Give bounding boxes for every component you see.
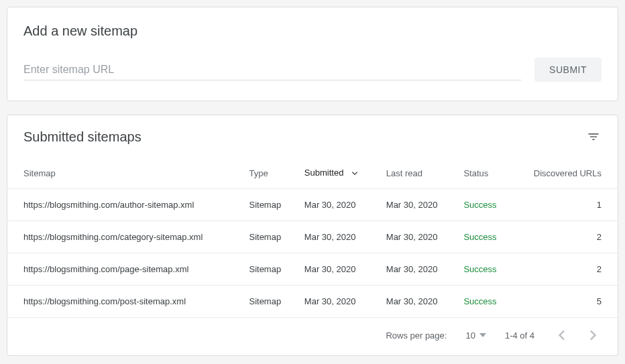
table-row[interactable]: https://blogsmithing.com/category-sitema…: [7, 221, 618, 253]
cell-discovered: 2: [512, 221, 618, 253]
cell-discovered: 5: [512, 286, 618, 318]
cell-sitemap: https://blogsmithing.com/post-sitemap.xm…: [7, 286, 241, 318]
add-sitemap-title: Add a new sitemap: [23, 23, 602, 39]
cell-sitemap: https://blogsmithing.com/author-sitemap.…: [7, 189, 241, 221]
col-sitemap[interactable]: Sitemap: [7, 158, 241, 189]
submit-button[interactable]: SUBMIT: [534, 58, 602, 82]
col-status[interactable]: Status: [455, 158, 512, 189]
cell-type: Sitemap: [241, 221, 296, 253]
cell-last-read: Mar 30, 2020: [378, 221, 456, 253]
cell-type: Sitemap: [241, 253, 296, 286]
col-last-read[interactable]: Last read: [378, 158, 456, 189]
rows-per-page-label: Rows per page:: [386, 330, 447, 341]
filter-icon[interactable]: [585, 129, 602, 145]
cell-submitted: Mar 30, 2020: [296, 253, 378, 286]
submitted-sitemaps-card: Submitted sitemaps Sitemap Type Submitte…: [7, 115, 618, 356]
chevron-right-icon: [590, 330, 597, 341]
pagination-range: 1-4 of 4: [505, 330, 534, 341]
cell-status: Success: [455, 221, 512, 253]
table-row[interactable]: https://blogsmithing.com/post-sitemap.xm…: [7, 286, 618, 318]
sort-arrow-down-icon: [350, 168, 359, 179]
cell-discovered: 2: [512, 253, 618, 286]
cell-submitted: Mar 30, 2020: [296, 221, 378, 253]
next-page-button[interactable]: [585, 327, 602, 343]
cell-submitted: Mar 30, 2020: [296, 286, 378, 318]
cell-last-read: Mar 30, 2020: [378, 189, 456, 221]
sitemap-url-input[interactable]: [23, 60, 521, 80]
table-row[interactable]: https://blogsmithing.com/author-sitemap.…: [7, 189, 618, 221]
add-sitemap-card: Add a new sitemap SUBMIT: [7, 7, 618, 101]
cell-submitted: Mar 30, 2020: [296, 189, 378, 221]
cell-status: Success: [455, 286, 512, 318]
cell-type: Sitemap: [241, 286, 296, 318]
cell-type: Sitemap: [241, 189, 296, 221]
previous-page-button[interactable]: [553, 327, 569, 343]
cell-status: Success: [455, 189, 512, 221]
cell-discovered: 1: [512, 189, 618, 221]
submitted-sitemaps-title: Submitted sitemaps: [23, 129, 141, 145]
col-type[interactable]: Type: [241, 158, 296, 189]
chevron-left-icon: [558, 330, 565, 341]
cell-last-read: Mar 30, 2020: [378, 286, 456, 318]
sitemaps-table: Sitemap Type Submitted Last read Status …: [7, 158, 618, 318]
cell-last-read: Mar 30, 2020: [378, 253, 456, 286]
rows-per-page-select[interactable]: 10: [465, 330, 486, 341]
col-discovered[interactable]: Discovered URLs: [512, 158, 618, 189]
pagination: Rows per page: 10 1-4 of 4: [7, 318, 618, 355]
table-row[interactable]: https://blogsmithing.com/page-sitemap.xm…: [7, 253, 618, 286]
cell-sitemap: https://blogsmithing.com/category-sitema…: [7, 221, 241, 253]
dropdown-icon: [479, 333, 486, 337]
cell-sitemap: https://blogsmithing.com/page-sitemap.xm…: [7, 253, 241, 286]
col-submitted[interactable]: Submitted: [296, 158, 378, 189]
cell-status: Success: [455, 253, 512, 286]
